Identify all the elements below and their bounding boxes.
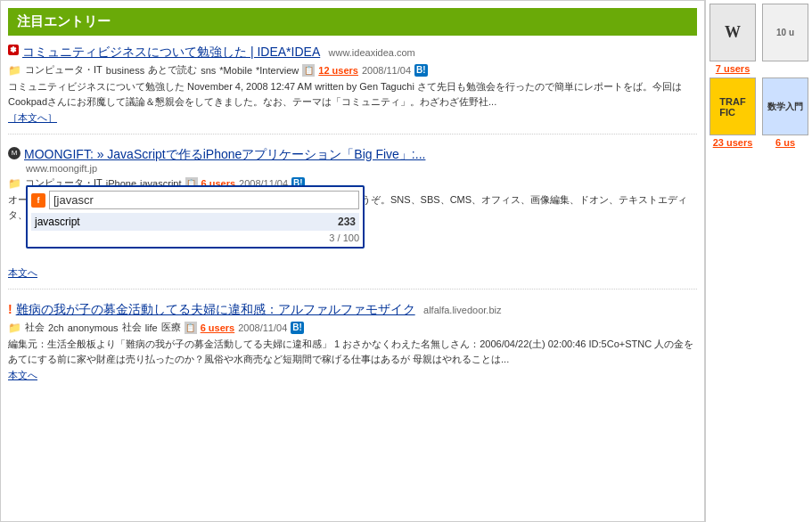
entry-1-more[interactable]: ［本文へ］ [8,112,57,123]
entry-1: ✽ コミュニティビジネスについて勉強した | IDEA*IDEA www.ide… [8,45,697,135]
clip-icon-1: 📋 [302,64,315,77]
folder-icon-1: 📁 [8,64,21,77]
entry-1-url: www.ideaxidea.com [329,47,415,58]
tag-shakai2[interactable]: 社会 [122,321,142,334]
autocomplete-result-text: javascript [35,216,80,228]
entry-3-more[interactable]: 本文へ [8,370,37,380]
folder-icon-2: 📁 [8,177,21,190]
clip-icon-3: 📋 [185,322,197,334]
book-cover-2[interactable]: 10 u [762,4,808,61]
entry-3-date: 2008/11/04 [238,322,287,333]
entry-3-users[interactable]: 6 users [201,322,235,333]
sidebar-book-2: 10 u [762,4,808,74]
tag-life[interactable]: life [145,322,158,333]
autocomplete-favicon: f [31,193,45,208]
b-icon-1[interactable]: B! [414,64,428,77]
book-cover-1[interactable]: W [709,4,756,61]
right-sidebar: W 7 users 10 u TRAFFIC 23 users 数学入門 6 u… [705,0,812,522]
entry-2-url: www.moongift.jp [26,163,697,174]
b-icon-3[interactable]: B! [291,322,304,334]
tag-it-1[interactable]: コンピュータ・IT [25,63,103,77]
autocomplete-pagination: 3 / 100 [31,232,359,243]
section-header: 注目エントリー [8,8,697,36]
warning-icon: ! [8,302,12,316]
bookmark-icon: ✽ [8,45,19,55]
entry-2: M MOONGIFT: » JavaScriptで作るiPhoneアプリケーショ… [8,147,697,290]
entry-1-title[interactable]: コミュニティビジネスについて勉強した | IDEA*IDEA [22,45,320,59]
tag-anonymous[interactable]: anonymous [68,322,119,333]
tag-sns[interactable]: sns [201,65,216,76]
autocomplete-result-count: 233 [338,216,356,228]
autocomplete-overlay: オープンソース・フリーウェアを毎日紹介するブログ。日々の業のネタ探しにどうぞ。S… [8,192,697,222]
entry-2-title[interactable]: MOONGIFT: » JavaScriptで作るiPhoneアプリケーション「… [24,147,425,161]
book-4-users[interactable]: 6 us [775,137,795,148]
sidebar-book-3: TRAFFIC 23 users [709,77,756,148]
tag-iryo[interactable]: 医療 [161,321,181,334]
book-cover-4[interactable]: 数学入門 [762,77,808,135]
moongift-icon: M [8,147,21,159]
book-3-users[interactable]: 23 users [713,137,753,148]
sidebar-book-1: W 7 users [709,4,756,74]
book-cover-3[interactable]: TRAFFIC [709,77,756,135]
sidebar-top-row: W 7 users 10 u [709,4,808,74]
tag-mobile[interactable]: *Mobile [219,65,252,76]
entry-3-title[interactable]: 難病の我が子の募金活動してる夫婦に違和感：アルファルファモザイク [16,302,415,316]
favicon-letter: f [37,196,40,205]
sidebar-book-4: 数学入門 6 us [762,77,808,148]
entry-1-desc: コミュニティビジネスについて勉強した November 4, 2008 12:4… [8,79,697,109]
entry-1-users[interactable]: 12 users [318,65,358,76]
autocomplete-input-row: f [31,191,359,209]
section-title: 注目エントリー [17,13,111,29]
tag-2ch[interactable]: 2ch [48,322,64,333]
sidebar-bottom-row: TRAFFIC 23 users 数学入門 6 us [709,77,808,148]
entry-1-meta: 📁 コンピュータ・IT business あとで読む sns *Mobile *… [8,63,697,77]
folder-icon-3: 📁 [8,322,21,334]
entry-3-desc: 編集元：生活全般板より「難病の我が子の募金活動してる夫婦に違和感」 1 おさかな… [8,337,697,366]
entry-3: ! 難病の我が子の募金活動してる夫婦に違和感：アルファルファモザイク alfal… [8,302,697,391]
entry-1-date: 2008/11/04 [362,65,411,76]
tag-business[interactable]: business [106,65,144,76]
book-1-users[interactable]: 7 users [716,63,750,74]
autocomplete-container: f javascript 233 3 / 100 [26,185,365,249]
tag-atode[interactable]: あとで読む [148,63,197,77]
main-content: 注目エントリー ✽ コミュニティビジネスについて勉強した | IDEA*IDEA… [0,0,705,522]
tag-interview[interactable]: *Interview [256,65,299,76]
entry-2-more[interactable]: 本文へ [8,267,37,278]
entry-3-meta: 📁 社会 2ch anonymous 社会 life 医療 📋 6 users … [8,321,697,334]
autocomplete-result-row[interactable]: javascript 233 [31,213,359,231]
tag-shakai[interactable]: 社会 [25,321,45,334]
autocomplete-search-input[interactable] [49,191,359,209]
entry-3-url: alfalfa.livedoor.biz [423,305,501,315]
